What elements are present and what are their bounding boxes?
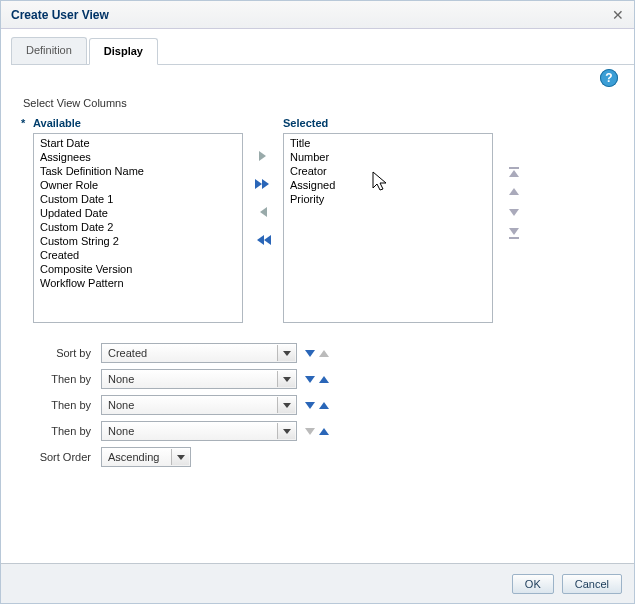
list-item[interactable]: Start Date [38,136,238,150]
move-up-icon[interactable] [507,187,523,201]
sort-label: Then by [27,425,101,437]
sort-row: Then byNone [27,421,614,441]
sort-asc-icon[interactable] [319,376,329,383]
list-item[interactable]: Creator [288,164,488,178]
dialog-footer: OK Cancel [1,563,634,603]
sort-select[interactable]: None [101,421,297,441]
create-user-view-dialog: Create User View ✕ Definition Display ? … [0,0,635,604]
dialog-title: Create User View [11,8,109,22]
sort-row: Then byNone [27,395,614,415]
reorder-buttons [507,167,523,241]
sort-label: Then by [27,399,101,411]
move-left-icon[interactable] [253,203,273,221]
move-all-left-icon[interactable] [253,231,273,249]
list-item[interactable]: Updated Date [38,206,238,220]
sort-select[interactable]: None [101,395,297,415]
list-item[interactable]: Custom Date 2 [38,220,238,234]
sort-order-select[interactable]: Ascending [101,447,191,467]
move-bottom-icon[interactable] [507,227,523,241]
sort-row: Sort byCreated [27,343,614,363]
list-item[interactable]: Custom Date 1 [38,192,238,206]
svg-rect-0 [509,167,519,169]
list-item[interactable]: Created [38,248,238,262]
sort-desc-icon[interactable] [305,428,315,435]
move-all-right-icon[interactable] [253,175,273,193]
section-label: Select View Columns [23,97,614,109]
list-item[interactable]: Workflow Pattern [38,276,238,290]
ok-button[interactable]: OK [512,574,554,594]
svg-rect-1 [509,237,519,239]
list-item[interactable]: Title [288,136,488,150]
list-item[interactable]: Assignees [38,150,238,164]
help-icon[interactable]: ? [600,69,618,87]
tab-bar: Definition Display [11,37,634,65]
list-item[interactable]: Composite Version [38,262,238,276]
sort-desc-icon[interactable] [305,376,315,383]
sort-select[interactable]: None [101,369,297,389]
cancel-button[interactable]: Cancel [562,574,622,594]
sort-select[interactable]: Created [101,343,297,363]
sort-label: Sort by [27,347,101,359]
sort-order-row: Sort OrderAscending [27,447,614,467]
sort-section: Sort byCreatedThen byNoneThen byNoneThen… [27,343,614,467]
move-top-icon[interactable] [507,167,523,181]
sort-asc-icon[interactable] [319,402,329,409]
required-marker: * [21,117,33,129]
tab-definition[interactable]: Definition [11,37,87,64]
list-item[interactable]: Assigned [288,178,488,192]
list-item[interactable]: Custom String 2 [38,234,238,248]
sort-desc-icon[interactable] [305,402,315,409]
sort-desc-icon[interactable] [305,350,315,357]
available-label: Available [33,117,243,133]
sort-order-label: Sort Order [27,451,101,463]
dialog-titlebar: Create User View ✕ [1,1,634,29]
shuttle-buttons [253,147,273,249]
sort-asc-icon[interactable] [319,350,329,357]
list-item[interactable]: Priority [288,192,488,206]
list-item[interactable]: Task Definition Name [38,164,238,178]
sort-row: Then byNone [27,369,614,389]
sort-asc-icon[interactable] [319,428,329,435]
move-right-icon[interactable] [253,147,273,165]
selected-list[interactable]: TitleNumberCreatorAssignedPriority [283,133,493,323]
selected-label: Selected [283,117,493,133]
tab-display[interactable]: Display [89,38,158,65]
sort-label: Then by [27,373,101,385]
list-item[interactable]: Number [288,150,488,164]
list-item[interactable]: Owner Role [38,178,238,192]
available-list[interactable]: Start DateAssigneesTask Definition NameO… [33,133,243,323]
column-shuttle: * Available Start DateAssigneesTask Defi… [21,117,614,323]
move-down-icon[interactable] [507,207,523,221]
close-icon[interactable]: ✕ [612,8,624,22]
